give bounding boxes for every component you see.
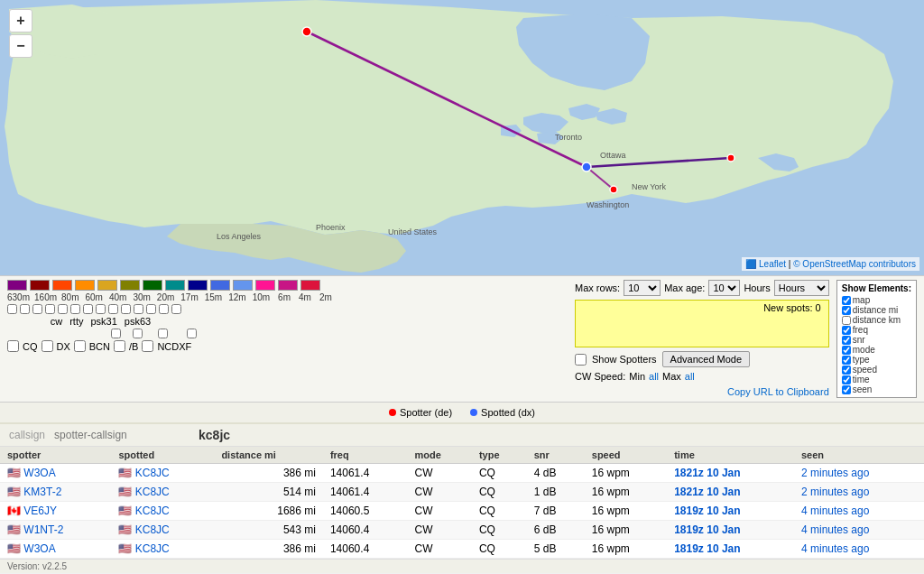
spotter-callsign-link[interactable]: W3OA	[23, 467, 55, 479]
svg-text:New York: New York	[632, 182, 667, 191]
max-rows-label: Max rows:	[575, 282, 620, 293]
max-rows-select[interactable]: 102550100	[624, 280, 661, 296]
filter-ncdxf-label: NCDXF	[157, 341, 191, 352]
filter-bcn-checkbox[interactable]	[74, 340, 86, 352]
band-checkbox-160m[interactable]	[20, 304, 30, 314]
show-element-freq[interactable]: freq	[842, 325, 911, 335]
hours-select[interactable]: HoursMinutes	[774, 280, 829, 296]
band-40m-color	[97, 280, 117, 291]
filter-dx-checkbox[interactable]	[42, 340, 53, 352]
show-element-type[interactable]: type	[842, 355, 911, 365]
mode-label-psk63: psk63	[125, 316, 151, 327]
svg-point-7	[610, 186, 617, 193]
filter-cq-label: CQ	[23, 341, 38, 352]
spotter-callsign-link[interactable]: W1NT-2	[23, 523, 63, 536]
cw-min-all-link[interactable]: all	[649, 371, 659, 382]
cell-spotted: 🇺🇸 KC8JC	[111, 483, 214, 502]
spotter-callsign-link[interactable]: W3OA	[23, 542, 55, 555]
cw-speed-row: CW Speed: Min all Max all	[575, 371, 829, 382]
show-spotters-checkbox[interactable]	[575, 354, 587, 366]
mode-checkbox-cw[interactable]	[111, 329, 121, 338]
mode-checkbox-rtty[interactable]	[133, 329, 143, 338]
band-17m-color	[165, 280, 185, 291]
spotter-callsign-link[interactable]: VE6JY	[23, 505, 57, 517]
spotter-flag: 🇺🇸	[7, 523, 21, 536]
filter-cq-checkbox[interactable]	[7, 340, 19, 352]
band-checkbox-4m[interactable]	[159, 304, 169, 314]
cell-freq: 14060.4	[323, 540, 408, 559]
band-label-30m: 30m	[133, 292, 150, 302]
filter-slash-b-checkbox[interactable]	[114, 340, 125, 352]
band-label-15m: 15m	[205, 292, 222, 302]
band-10m-color	[233, 280, 253, 291]
mode-checkbox-psk31[interactable]	[158, 329, 168, 338]
mode-checkbox-psk63[interactable]	[187, 329, 197, 338]
band-checkbox-80m[interactable]	[32, 304, 42, 314]
band-checkbox-40m[interactable]	[58, 304, 68, 314]
filter-ncdxf-checkbox[interactable]	[142, 340, 153, 352]
cell-seen: 4 minutes ago	[794, 502, 924, 521]
show-element-snr[interactable]: snr	[842, 335, 911, 345]
band-checkboxes	[7, 304, 566, 314]
svg-text:United States: United States	[388, 227, 438, 236]
show-element-speed[interactable]: speed	[842, 365, 911, 375]
col-spotted: spotted	[111, 447, 214, 464]
filter-bcn-label: BCN	[89, 341, 110, 352]
show-element-distance-mi[interactable]: distance mi	[842, 305, 911, 315]
cell-mode: CW	[407, 521, 471, 540]
spotted-callsign-link[interactable]: KC8JC	[135, 523, 170, 536]
max-age-select[interactable]: 103060	[708, 280, 740, 296]
col-type: type	[472, 447, 527, 464]
controls-bar: 630m 160m 80m 60m 40m 30m 20m 17m 15m 12…	[0, 275, 924, 403]
band-checkbox-17m[interactable]	[96, 304, 106, 314]
band-label-12m: 12m	[228, 292, 245, 302]
cell-spotter: 🇺🇸 W3OA	[0, 464, 111, 483]
cell-spotted: 🇺🇸 KC8JC	[111, 464, 214, 483]
show-element-map[interactable]: map	[842, 295, 911, 305]
spotted-callsign-link[interactable]: KC8JC	[135, 505, 170, 517]
max-settings-row: Max rows: 102550100 Max age: 103060 Hour…	[575, 280, 829, 296]
band-checkbox-15m[interactable]	[108, 304, 118, 314]
zoom-in-button[interactable]: +	[9, 9, 32, 32]
cell-spotter: 🇨🇦 VE6JY	[0, 502, 111, 521]
band-6m-color	[255, 280, 275, 291]
spotted-callsign-link[interactable]: KC8JC	[135, 467, 170, 479]
cell-snr: 7 dB	[527, 502, 585, 521]
cell-type: CQ	[472, 540, 527, 559]
spotter-callsign-link[interactable]: KM3T-2	[23, 486, 61, 498]
band-checkbox-60m[interactable]	[45, 304, 55, 314]
spotted-flag: 🇺🇸	[118, 467, 132, 479]
cell-speed: 16 wpm	[585, 521, 667, 540]
show-element-time[interactable]: time	[842, 375, 911, 384]
band-checkbox-10m[interactable]	[134, 304, 143, 314]
band-checkbox-12m[interactable]	[121, 304, 131, 314]
leaflet-link[interactable]: 🟦 Leaflet	[745, 259, 786, 269]
col-freq: freq	[323, 447, 408, 464]
band-checkbox-30m[interactable]	[70, 304, 80, 314]
band-checkbox-6m[interactable]	[146, 304, 156, 314]
band-checkbox-630m[interactable]	[7, 304, 17, 314]
cell-speed: 16 wpm	[585, 540, 667, 559]
show-element-mode[interactable]: mode	[842, 345, 911, 355]
cell-distance-mi: 514 mi	[214, 483, 323, 502]
filter-dx-label: DX	[57, 341, 70, 352]
cell-snr: 4 dB	[527, 464, 585, 483]
svg-point-4	[582, 162, 591, 171]
search-bar: callsign kc8jc	[0, 424, 924, 447]
band-checkbox-20m[interactable]	[83, 304, 93, 314]
col-distance-mi: distance mi	[214, 447, 323, 464]
osm-link[interactable]: © OpenStreetMap contributors	[793, 259, 916, 269]
spotter-legend: Spotter (de)	[389, 407, 452, 418]
advanced-mode-button[interactable]: Advanced Mode	[662, 351, 751, 367]
cw-max-all-link[interactable]: all	[685, 371, 695, 382]
zoom-out-button[interactable]: −	[9, 34, 32, 58]
band-checkbox-2m[interactable]	[171, 304, 181, 314]
cell-time: 1819z 10 Jan	[667, 540, 794, 559]
spotter-flag: 🇨🇦	[7, 505, 21, 517]
spotted-callsign-link[interactable]: KC8JC	[135, 542, 170, 555]
copy-url-button[interactable]: Copy URL to Clipboard	[727, 386, 829, 397]
spotted-callsign-link[interactable]: KC8JC	[135, 486, 170, 498]
spotter-callsign-input[interactable]	[54, 429, 189, 441]
show-element-seen[interactable]: seen	[842, 384, 911, 394]
show-element-distance-km[interactable]: distance km	[842, 315, 911, 325]
